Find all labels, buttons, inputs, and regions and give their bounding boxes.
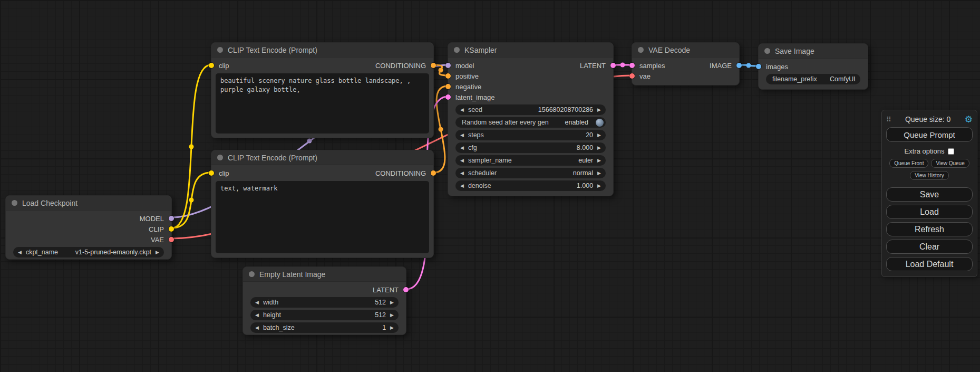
latent-slot-dot-icon[interactable] xyxy=(445,94,451,100)
node-titlebar[interactable]: Load Checkpoint xyxy=(6,196,171,211)
prompt-textarea[interactable]: beautiful scenery nature glass bottle la… xyxy=(216,73,429,133)
decrement-arrow-icon[interactable]: ◀ xyxy=(255,326,259,330)
queue-prompt-button[interactable]: Queue Prompt xyxy=(886,127,973,142)
width-widget[interactable]: ◀ width 512 ▶ xyxy=(250,297,399,308)
collapse-dot-icon[interactable] xyxy=(12,200,17,206)
extra-options-checkbox[interactable] xyxy=(948,148,954,155)
ckpt-name-widget[interactable]: ◀ ckpt_name v1-5-pruned-emaonly.ckpt ▶ xyxy=(13,247,164,257)
widget-label: filename_prefix xyxy=(772,75,817,83)
conditioning-slot-dot-icon[interactable] xyxy=(431,170,436,176)
latent-slot-dot-icon[interactable] xyxy=(403,287,409,292)
clip-slot-dot-icon[interactable] xyxy=(209,170,214,176)
cfg-widget[interactable]: ◀ cfg 8.000 ▶ xyxy=(455,142,606,153)
drag-handle-icon[interactable]: ⠿ xyxy=(886,116,891,123)
decrement-arrow-icon[interactable]: ◀ xyxy=(255,300,259,305)
node-ksampler[interactable]: KSampler model LATENT positive negative … xyxy=(448,42,614,196)
decrement-arrow-icon[interactable]: ◀ xyxy=(460,158,464,163)
latent-slot-dot-icon[interactable] xyxy=(629,63,635,68)
view-queue-button[interactable]: View Queue xyxy=(931,159,969,168)
decrement-arrow-icon[interactable]: ◀ xyxy=(460,184,464,188)
decrement-arrow-icon[interactable]: ◀ xyxy=(460,133,464,138)
increment-arrow-icon[interactable]: ▶ xyxy=(597,108,601,112)
node-empty-latent-image[interactable]: Empty Latent Image LATENT ◀ width 512 ▶ … xyxy=(242,266,406,335)
widget-label: denoise xyxy=(468,182,491,189)
increment-arrow-icon[interactable]: ▶ xyxy=(390,313,394,318)
increment-arrow-icon[interactable]: ▶ xyxy=(597,158,601,163)
random-seed-toggle-widget[interactable]: Random seed after every gen enabled xyxy=(455,117,606,128)
decrement-arrow-icon[interactable]: ◀ xyxy=(460,171,464,176)
node-vae-decode[interactable]: VAE Decode samples IMAGE vae xyxy=(632,42,740,85)
increment-arrow-icon[interactable]: ▶ xyxy=(156,250,159,255)
widget-label: height xyxy=(263,311,281,319)
output-slot-clip: CLIP xyxy=(6,224,171,234)
collapse-dot-icon[interactable] xyxy=(217,47,223,53)
node-titlebar[interactable]: Save Image xyxy=(759,44,868,59)
decrement-arrow-icon[interactable]: ◀ xyxy=(18,250,22,255)
node-titlebar[interactable]: KSampler xyxy=(448,43,613,58)
widget-value: 1 xyxy=(382,324,386,331)
widget-label: scheduler xyxy=(468,169,497,177)
node-titlebar[interactable]: CLIP Text Encode (Prompt) xyxy=(211,43,433,58)
height-widget[interactable]: ◀ height 512 ▶ xyxy=(250,310,399,320)
load-default-button[interactable]: Load Default xyxy=(886,257,973,271)
conditioning-slot-dot-icon[interactable] xyxy=(445,84,451,89)
latent-slot-dot-icon[interactable] xyxy=(610,63,616,68)
conditioning-slot-dot-icon[interactable] xyxy=(445,73,451,79)
denoise-widget[interactable]: ◀ denoise 1.000 ▶ xyxy=(455,180,606,191)
node-clip-text-encode-positive[interactable]: CLIP Text Encode (Prompt) clip CONDITION… xyxy=(211,42,434,138)
steps-widget[interactable]: ◀ steps 20 ▶ xyxy=(455,130,606,140)
image-slot-dot-icon[interactable] xyxy=(736,63,742,68)
collapse-dot-icon[interactable] xyxy=(764,48,770,54)
filename-prefix-widget[interactable]: filename_prefix ComfyUI xyxy=(766,74,860,84)
vae-slot-dot-icon[interactable] xyxy=(629,73,635,79)
increment-arrow-icon[interactable]: ▶ xyxy=(390,300,394,305)
slot-row: model LATENT xyxy=(448,60,613,71)
increment-arrow-icon[interactable]: ▶ xyxy=(597,184,601,188)
node-graph-canvas[interactable]: Load Checkpoint MODEL CLIP VAE ◀ ckpt_na… xyxy=(0,0,980,372)
increment-arrow-icon[interactable]: ▶ xyxy=(597,133,601,138)
widget-label: batch_size xyxy=(263,324,295,331)
decrement-arrow-icon[interactable]: ◀ xyxy=(460,108,464,112)
toggle-knob-icon[interactable] xyxy=(596,119,604,127)
model-slot-dot-icon[interactable] xyxy=(169,216,174,221)
decrement-arrow-icon[interactable]: ◀ xyxy=(460,146,464,150)
clear-button[interactable]: Clear xyxy=(886,240,973,254)
clip-slot-dot-icon[interactable] xyxy=(169,226,174,232)
load-button[interactable]: Load xyxy=(886,205,973,219)
seed-widget[interactable]: ◀ seed 156680208700286 ▶ xyxy=(455,104,606,115)
collapse-dot-icon[interactable] xyxy=(217,155,223,160)
node-titlebar[interactable]: CLIP Text Encode (Prompt) xyxy=(211,150,433,165)
slot-label: CONDITIONING xyxy=(375,62,426,70)
link-midpoint-dot xyxy=(439,127,443,132)
node-save-image[interactable]: Save Image images filename_prefix ComfyU… xyxy=(758,43,868,90)
increment-arrow-icon[interactable]: ▶ xyxy=(390,326,394,330)
queue-front-button[interactable]: Queue Front xyxy=(889,159,928,168)
save-button[interactable]: Save xyxy=(886,187,973,202)
increment-arrow-icon[interactable]: ▶ xyxy=(597,171,601,176)
node-clip-text-encode-negative[interactable]: CLIP Text Encode (Prompt) clip CONDITION… xyxy=(211,150,434,258)
batch-size-widget[interactable]: ◀ batch_size 1 ▶ xyxy=(250,322,399,333)
collapse-dot-icon[interactable] xyxy=(454,47,460,53)
refresh-button[interactable]: Refresh xyxy=(886,222,973,236)
input-slot-positive: positive xyxy=(448,71,613,81)
scheduler-widget[interactable]: ◀ scheduler normal ▶ xyxy=(455,168,606,178)
slot-label: IMAGE xyxy=(710,62,732,70)
sampler-name-widget[interactable]: ◀ sampler_name euler ▶ xyxy=(455,155,606,166)
increment-arrow-icon[interactable]: ▶ xyxy=(597,146,601,150)
vae-slot-dot-icon[interactable] xyxy=(169,237,174,242)
node-titlebar[interactable]: VAE Decode xyxy=(632,43,739,58)
conditioning-slot-dot-icon[interactable] xyxy=(431,63,436,68)
queue-size-label: Queue size: 0 xyxy=(891,115,965,123)
node-titlebar[interactable]: Empty Latent Image xyxy=(243,267,406,282)
model-slot-dot-icon[interactable] xyxy=(445,63,451,68)
collapse-dot-icon[interactable] xyxy=(249,271,255,277)
image-slot-dot-icon[interactable] xyxy=(756,64,761,69)
decrement-arrow-icon[interactable]: ◀ xyxy=(255,313,259,318)
node-load-checkpoint[interactable]: Load Checkpoint MODEL CLIP VAE ◀ ckpt_na… xyxy=(5,195,172,260)
collapse-dot-icon[interactable] xyxy=(638,47,644,53)
prompt-textarea[interactable]: text, watermark xyxy=(216,181,429,253)
widget-value: v1-5-pruned-emaonly.ckpt xyxy=(75,249,151,256)
clip-slot-dot-icon[interactable] xyxy=(209,63,214,68)
settings-gear-icon[interactable]: ⚙ xyxy=(965,115,973,124)
view-history-button[interactable]: View History xyxy=(910,171,948,180)
